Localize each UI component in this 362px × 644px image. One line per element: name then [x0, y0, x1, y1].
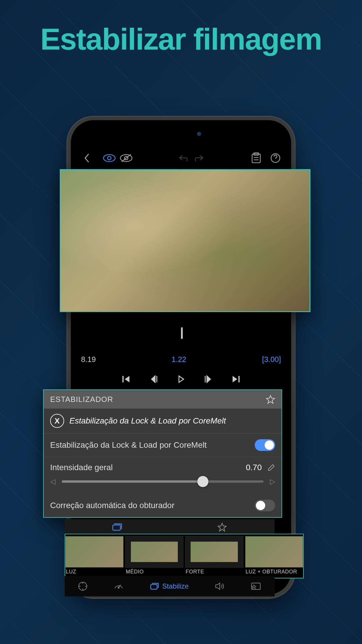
svg-rect-14 — [113, 525, 120, 530]
shutter-correction-label: Correção automática do obturador — [50, 501, 174, 510]
crop-tool-icon[interactable] — [78, 581, 88, 591]
undo-icon[interactable] — [177, 151, 191, 165]
skip-end-icon[interactable] — [229, 373, 242, 386]
panel-subtitle: Estabilização da Lock & Load por CoreMel… — [69, 416, 226, 426]
help-icon[interactable] — [268, 151, 282, 165]
marketing-headline: Estabilizar filmagem — [0, 22, 362, 57]
timeline-start-time: 8.19 — [81, 355, 96, 364]
play-icon[interactable] — [175, 373, 187, 386]
playhead-indicator[interactable] — [181, 327, 183, 339]
effects-tool-icon[interactable] — [250, 582, 261, 591]
redo-icon[interactable] — [191, 151, 205, 165]
stabilize-tool[interactable]: Stabilize — [150, 582, 189, 590]
preset-forte[interactable]: FORTE — [185, 536, 243, 576]
preset-medio[interactable]: MÉDIO — [125, 536, 184, 576]
timeline[interactable]: 8.19 1.22 [3.00] — [71, 330, 291, 394]
intensity-label: Intensidade geral — [50, 463, 113, 472]
stabilization-toggle-label: Estabilização da Lock & Load por CoreMel… — [50, 440, 207, 450]
slider-decrease-icon[interactable]: ◁ — [50, 477, 55, 486]
coremelt-badge-icon: X — [50, 414, 64, 428]
timeline-current-time: 1.22 — [171, 355, 186, 364]
svg-rect-22 — [151, 584, 157, 589]
top-toolbar — [71, 148, 291, 168]
svg-point-1 — [108, 156, 111, 160]
timeline-range: [3.00] — [262, 355, 281, 364]
preset-luz-obturador[interactable]: LUZ + OBTURADOR — [245, 536, 303, 576]
preset-luz[interactable]: LUZ — [65, 536, 124, 576]
stabilizer-panel: ESTABILIZADOR X Estabilização da Lock & … — [43, 389, 282, 518]
favorite-star-icon[interactable] — [266, 395, 275, 404]
eye-off-icon[interactable] — [119, 151, 133, 165]
tab-presets[interactable] — [65, 519, 170, 535]
phone-notch — [153, 127, 209, 141]
video-preview[interactable] — [60, 169, 310, 312]
frame-back-icon[interactable] — [147, 373, 160, 386]
svg-rect-13 — [238, 376, 240, 382]
stabilize-label: Stabilize — [162, 582, 189, 590]
bottom-toolbar: Stabilize — [65, 576, 275, 596]
speed-tool-icon[interactable] — [114, 581, 124, 591]
svg-point-21 — [118, 587, 119, 588]
clipboard-icon[interactable] — [249, 151, 263, 165]
preset-label: FORTE — [185, 568, 243, 576]
audio-tool-icon[interactable] — [215, 582, 224, 591]
edit-pencil-icon[interactable] — [268, 464, 275, 471]
preset-tabs — [65, 519, 275, 535]
shutter-correction-toggle[interactable] — [255, 500, 275, 511]
skip-start-icon[interactable] — [120, 373, 133, 386]
stabilization-toggle[interactable] — [255, 439, 275, 451]
preset-label: LUZ + OBTURADOR — [245, 568, 303, 576]
preset-label: LUZ — [65, 568, 124, 576]
intensity-value: 0.70 — [246, 463, 262, 472]
panel-title: ESTABILIZADOR — [50, 395, 113, 404]
slider-increase-icon[interactable]: ▷ — [270, 477, 275, 486]
frame-forward-icon[interactable] — [202, 373, 215, 386]
preset-label: MÉDIO — [125, 568, 184, 576]
svg-rect-10 — [122, 376, 124, 382]
tab-favorites[interactable] — [170, 519, 275, 535]
svg-point-0 — [103, 155, 115, 162]
eye-icon[interactable] — [102, 151, 116, 165]
back-icon[interactable] — [80, 151, 94, 165]
presets-strip: LUZ MÉDIO FORTE LUZ + OBTURADOR — [65, 534, 304, 578]
intensity-slider[interactable] — [62, 480, 263, 483]
